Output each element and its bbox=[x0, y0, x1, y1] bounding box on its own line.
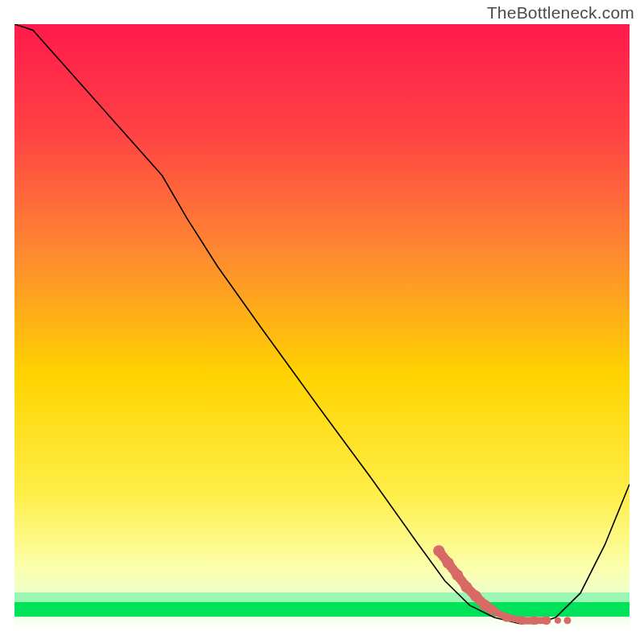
green-band bbox=[14, 601, 630, 617]
gradient-background bbox=[14, 24, 630, 630]
marker-dot bbox=[564, 617, 571, 624]
green-band-fade bbox=[14, 592, 630, 602]
marker-dot bbox=[542, 616, 551, 625]
chart-svg bbox=[14, 24, 630, 630]
marker-dot bbox=[555, 617, 561, 624]
watermark-label: TheBottleneck.com bbox=[487, 3, 634, 23]
chart-container: TheBottleneck.com bbox=[0, 0, 644, 644]
plot-area bbox=[14, 24, 630, 630]
